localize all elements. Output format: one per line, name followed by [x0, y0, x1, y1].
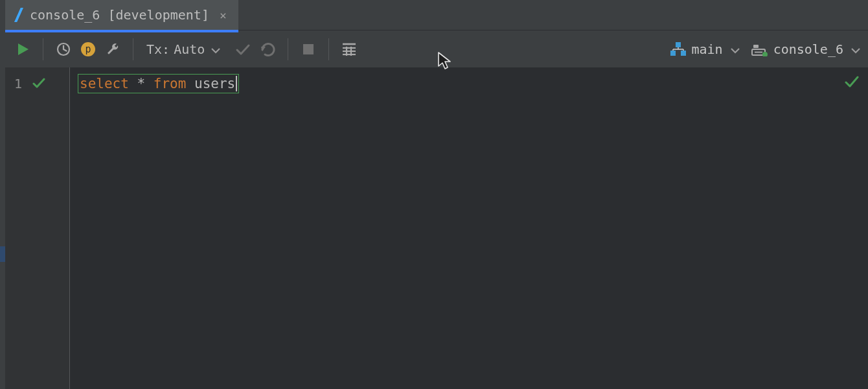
undo-icon — [259, 42, 276, 56]
schema-name: main — [691, 41, 722, 57]
tx-label: Tx: — [146, 41, 170, 57]
separator — [288, 38, 288, 60]
table-icon — [341, 42, 357, 56]
chevron-down-icon[interactable] — [851, 41, 860, 57]
sql-token: * — [129, 76, 154, 91]
sql-token — [186, 76, 194, 91]
svg-rect-7 — [303, 44, 314, 54]
session-selector[interactable]: console_6 — [751, 41, 860, 57]
svg-text:p: p — [85, 43, 91, 55]
code-line[interactable]: select * from users — [78, 74, 239, 93]
history-button[interactable] — [52, 38, 74, 60]
p-badge-icon: p — [80, 41, 96, 57]
p-badge-button[interactable]: p — [77, 38, 99, 60]
schema-icon — [670, 42, 686, 56]
code-editor[interactable]: select * from users — [70, 67, 868, 389]
tx-mode[interactable]: Auto — [174, 41, 205, 57]
table-view-button[interactable] — [338, 38, 360, 60]
separator — [328, 38, 329, 60]
gutter: 1 — [5, 67, 70, 389]
session-name: console_6 — [773, 41, 843, 57]
tab-console-6[interactable]: console_6 [development] × — [5, 0, 238, 30]
text-caret — [236, 76, 237, 91]
svg-rect-14 — [676, 42, 681, 47]
svg-rect-21 — [753, 45, 759, 48]
stop-button[interactable] — [297, 38, 319, 60]
wrench-icon — [105, 41, 120, 57]
rollback-button[interactable] — [257, 38, 279, 60]
svg-rect-15 — [670, 51, 676, 56]
gutter-line[interactable]: 1 — [5, 74, 69, 93]
svg-rect-16 — [681, 51, 686, 56]
run-button[interactable] — [12, 38, 34, 60]
console-session-icon — [751, 42, 768, 56]
toolbar: p Tx: Auto — [0, 30, 868, 67]
chevron-down-icon[interactable] — [211, 41, 220, 57]
check-icon — [235, 43, 251, 56]
tab-title: console_6 [development] — [30, 7, 209, 23]
sql-keyword: from — [154, 76, 187, 91]
status-ok-icon — [32, 76, 45, 91]
feather-icon — [14, 8, 23, 22]
sql-keyword: select — [80, 76, 129, 91]
tab-bar: console_6 [development] × — [0, 0, 868, 30]
side-strip-marker — [0, 246, 5, 262]
separator — [133, 38, 133, 60]
svg-marker-0 — [18, 43, 29, 55]
chevron-down-icon[interactable] — [731, 41, 740, 57]
editor-area: 1 select * from users — [5, 67, 868, 389]
side-strip — [0, 0, 5, 389]
history-icon — [56, 41, 71, 57]
sql-identifier: users — [194, 76, 235, 91]
play-icon — [16, 42, 30, 56]
commit-button[interactable] — [232, 38, 254, 60]
svg-point-24 — [762, 52, 768, 56]
svg-line-3 — [63, 49, 67, 51]
analysis-ok-icon[interactable] — [845, 75, 859, 91]
separator — [43, 38, 43, 60]
stop-icon — [303, 43, 314, 55]
line-number: 1 — [14, 76, 22, 91]
settings-button[interactable] — [102, 38, 124, 60]
schema-selector[interactable]: main — [670, 41, 739, 57]
close-icon[interactable]: × — [220, 8, 227, 22]
